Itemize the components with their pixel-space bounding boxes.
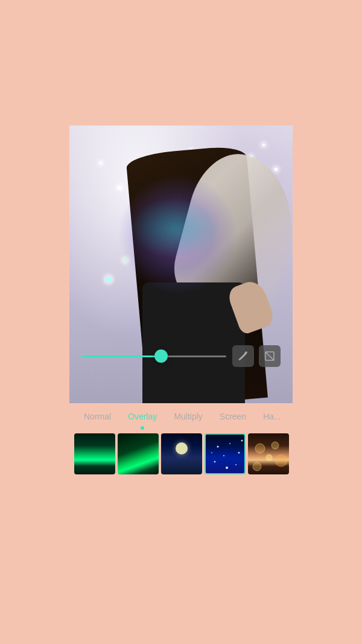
brush-icon bbox=[238, 351, 249, 362]
image-area bbox=[69, 126, 293, 403]
blend-tab-multiply[interactable]: Multiply bbox=[165, 412, 211, 421]
svg-point-8 bbox=[235, 464, 237, 465]
mask-tool-button[interactable] bbox=[259, 345, 281, 367]
filter-thumb-aurora2[interactable] bbox=[118, 433, 159, 474]
svg-point-16 bbox=[266, 454, 272, 461]
slider-thumb[interactable] bbox=[154, 349, 168, 363]
filter-aurora1-preview bbox=[74, 433, 115, 474]
filter-moon-preview bbox=[161, 433, 202, 474]
filter-thumb-aurora1[interactable] bbox=[74, 433, 115, 474]
filter-thumb-stars[interactable] bbox=[205, 433, 246, 474]
mask-icon bbox=[264, 351, 275, 362]
sparkle-large bbox=[106, 276, 112, 282]
tool-icons bbox=[232, 345, 281, 367]
svg-point-3 bbox=[217, 446, 219, 448]
svg-point-10 bbox=[211, 452, 212, 453]
slider-fill bbox=[81, 355, 161, 357]
svg-point-9 bbox=[226, 467, 228, 469]
svg-point-12 bbox=[255, 444, 265, 453]
blend-tab-normal[interactable]: Normal bbox=[75, 412, 119, 421]
svg-point-14 bbox=[275, 454, 287, 467]
filter-bokeh-preview bbox=[248, 433, 289, 474]
svg-point-11 bbox=[241, 440, 243, 442]
svg-point-7 bbox=[214, 461, 216, 463]
filter-thumb-moon[interactable] bbox=[161, 433, 202, 474]
phone-mockup: ✕ 合成 ✓ bbox=[69, 95, 293, 478]
filter-stars-preview bbox=[206, 435, 244, 473]
glow-teal bbox=[130, 198, 220, 258]
stars-overlay bbox=[206, 435, 246, 474]
sparkle bbox=[100, 162, 102, 164]
svg-point-15 bbox=[253, 462, 261, 471]
blend-tab-overlay[interactable]: Overlay bbox=[119, 412, 165, 421]
filter-aurora2-preview bbox=[118, 433, 159, 474]
svg-point-5 bbox=[238, 452, 240, 454]
svg-point-13 bbox=[272, 442, 279, 449]
brush-tool-button[interactable] bbox=[232, 345, 254, 367]
blend-tab-screen[interactable]: Screen bbox=[211, 412, 255, 421]
filter-thumb-bokeh[interactable] bbox=[248, 433, 289, 474]
blend-tab-ha[interactable]: Ha... bbox=[255, 412, 290, 421]
svg-point-4 bbox=[229, 443, 230, 444]
svg-line-2 bbox=[265, 352, 274, 360]
bokeh-overlay bbox=[248, 433, 289, 474]
filter-row bbox=[69, 430, 293, 478]
svg-point-6 bbox=[223, 455, 224, 456]
slider-container bbox=[69, 345, 293, 367]
slider-track[interactable] bbox=[81, 355, 226, 357]
